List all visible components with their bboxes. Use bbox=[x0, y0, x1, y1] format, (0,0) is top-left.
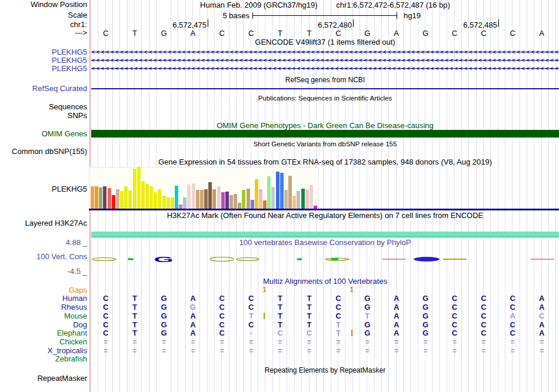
coordinate-label: 6,572,485 bbox=[444, 21, 497, 29]
track-label-refseq-curated[interactable]: RefSeq Curated bbox=[0, 85, 87, 93]
phylop-scale-max: 4.88 _ bbox=[0, 239, 87, 247]
species-label-dog[interactable]: Dog bbox=[0, 321, 87, 329]
alignment-base: = bbox=[511, 338, 515, 346]
track-title-phylop[interactable]: 100 vertebrates Basewise Conservation by… bbox=[91, 239, 559, 247]
alignment-base: G bbox=[422, 312, 428, 320]
alignment-base: T bbox=[336, 329, 341, 337]
alignment-base: C bbox=[277, 329, 282, 337]
alignment-base: = bbox=[394, 347, 398, 355]
alignment-base: C bbox=[452, 294, 457, 303]
gtex-tissue-bar bbox=[162, 196, 166, 209]
gtex-tissue-bar bbox=[99, 187, 102, 209]
track-label-gaps[interactable]: Gaps bbox=[0, 286, 87, 294]
h3k27ac-signal-band[interactable] bbox=[91, 232, 559, 237]
species-label-chicken[interactable]: Chicken bbox=[0, 338, 87, 346]
track-label-repeatmasker[interactable]: RepeatMasker bbox=[0, 374, 87, 383]
species-label-mouse[interactable]: Mouse bbox=[0, 312, 87, 320]
species-label-elephant[interactable]: Elephant bbox=[0, 329, 87, 337]
alignment-insert-marker bbox=[351, 330, 352, 336]
phylop-glyph bbox=[297, 259, 302, 260]
gtex-tissue-bar bbox=[292, 196, 296, 209]
reference-base: C bbox=[103, 29, 108, 38]
alignment-base: A bbox=[190, 329, 195, 337]
alignment-base: G bbox=[161, 329, 167, 337]
track-title-gencode[interactable]: GENCODE V49lift37 (1 items filtered out) bbox=[91, 38, 559, 46]
gtex-tissue-bar bbox=[276, 172, 280, 209]
species-label-human[interactable]: Human bbox=[0, 294, 87, 303]
alignment-base: C bbox=[219, 303, 225, 311]
gtex-tissue-bar bbox=[247, 189, 250, 209]
phylop-glyph bbox=[331, 258, 338, 260]
chromosome-label: chr1: bbox=[0, 21, 87, 29]
alignment-base: C bbox=[481, 321, 486, 329]
alignment-base: T bbox=[365, 312, 370, 320]
track-label-sequences[interactable]: Sequences bbox=[0, 103, 87, 111]
coordinate-label: 6,572,480 bbox=[299, 21, 352, 29]
track-title-refseq[interactable]: RefSeq genes from NCBI bbox=[91, 76, 559, 84]
track-title-publications[interactable]: Publications: Sequences in Scientific Ar… bbox=[91, 94, 559, 102]
track-label-common-dbsnp[interactable]: Common dbSNP(155) bbox=[0, 148, 87, 156]
alignment-gap-count: 1 bbox=[350, 286, 354, 294]
gene-label-plekhg5-3[interactable]: PLEKHG5 bbox=[0, 65, 87, 73]
reference-base: G bbox=[364, 29, 370, 38]
gtex-tissue-bar bbox=[120, 191, 124, 209]
transcript-intron-arrows-3[interactable]: <<<<<<<<<<<<<<<<<<<<<<<<<<<<<<<<<<<<<<<<… bbox=[91, 65, 559, 72]
track-label-gtex-plekhg5[interactable]: PLEKHG5 bbox=[0, 185, 87, 193]
phylop-glyph: G bbox=[154, 255, 173, 264]
alignment-base: G bbox=[161, 303, 167, 311]
track-title-dbsnp[interactable]: Short Genetic Variants from dbSNP releas… bbox=[91, 140, 559, 148]
gtex-tissue-bar bbox=[221, 192, 225, 209]
omim-gene-bar[interactable] bbox=[91, 130, 559, 138]
track-title-multiz[interactable]: Multiz Alignments of 100 Vertebrates bbox=[91, 277, 559, 286]
strand-direction-label[interactable]: ---> bbox=[0, 29, 87, 37]
species-label-zebrafish[interactable]: Zebrafish bbox=[0, 355, 87, 363]
alignment-base: C bbox=[103, 329, 108, 337]
alignment-base: A bbox=[394, 321, 399, 329]
alignment-base: C bbox=[481, 294, 486, 303]
position-range: chr1:6,572,472-6,572,487 (16 bp) bbox=[336, 1, 450, 9]
track-label-layered-h3k27ac[interactable]: Layered H3K27Ac bbox=[0, 219, 87, 227]
track-label-omim-genes[interactable]: OMIM Genes bbox=[0, 130, 87, 138]
alignment-base: C bbox=[510, 321, 515, 329]
alignment-base: G bbox=[422, 329, 428, 337]
gtex-tissue-bar bbox=[167, 197, 170, 209]
alignment-base: C bbox=[219, 294, 225, 303]
gene-label-plekhg5-1[interactable]: PLEKHG5 bbox=[0, 48, 87, 56]
gtex-tissue-bar bbox=[263, 200, 267, 209]
alignment-base: = bbox=[249, 347, 253, 355]
alignment-base: A bbox=[394, 329, 399, 337]
gtex-tissue-bar bbox=[314, 206, 317, 209]
track-title-repeatmasker[interactable]: Repeating Elements by RepeatMasker bbox=[91, 366, 559, 374]
species-label-rhesus[interactable]: Rhesus bbox=[0, 303, 87, 311]
phylop-glyph bbox=[414, 257, 440, 262]
gtex-tissue-bar bbox=[154, 192, 157, 209]
alignment-base: A bbox=[190, 321, 195, 329]
alignment-base: = bbox=[249, 338, 253, 346]
alignment-base: A bbox=[394, 312, 399, 320]
alignment-base: C bbox=[452, 329, 457, 337]
species-label-x_tropicalis[interactable]: X_tropicalis bbox=[0, 347, 87, 355]
track-title-omim[interactable]: OMIM Gene Phenotypes - Dark Green Can Be… bbox=[91, 122, 559, 130]
track-title-gtex[interactable]: Gene Expression in 54 tissues from GTEx … bbox=[91, 158, 559, 166]
alignment-base: A bbox=[394, 303, 399, 311]
transcript-intron-arrows-1[interactable]: <<<<<<<<<<<<<<<<<<<<<<<<<<<<<<<<<<<<<<<<… bbox=[91, 48, 559, 56]
gene-label-plekhg5-2[interactable]: PLEKHG5 bbox=[0, 56, 87, 65]
track-label-snps[interactable]: SNPs bbox=[0, 112, 87, 120]
alignment-base: = bbox=[540, 347, 544, 355]
gtex-tissue-bar bbox=[175, 186, 178, 209]
phylop-conservation-glyphs[interactable]: G bbox=[0, 253, 559, 267]
gtex-tissue-bar bbox=[137, 167, 141, 209]
gtex-tissue-bar bbox=[310, 185, 313, 209]
gtex-tissue-bar bbox=[288, 176, 292, 209]
alignment-base: T bbox=[307, 321, 312, 329]
gtex-tissue-bar bbox=[301, 189, 305, 209]
track-title-h3k27ac[interactable]: H3K27Ac Mark (Often Found Near Active Re… bbox=[91, 212, 559, 220]
reference-base: T bbox=[307, 29, 312, 38]
coordinate-tick bbox=[353, 19, 354, 27]
reference-base: G bbox=[422, 29, 428, 38]
transcript-intron-arrows-2[interactable]: <<<<<<<<<<<<<<<<<<<<<<<<<<<<<<<<<<<<<<<<… bbox=[91, 56, 559, 64]
alignment-base: C bbox=[452, 312, 457, 320]
gtex-tissue-bar bbox=[187, 185, 191, 209]
alignment-base: C bbox=[248, 303, 254, 311]
refseq-curated-track-line[interactable] bbox=[91, 88, 559, 89]
